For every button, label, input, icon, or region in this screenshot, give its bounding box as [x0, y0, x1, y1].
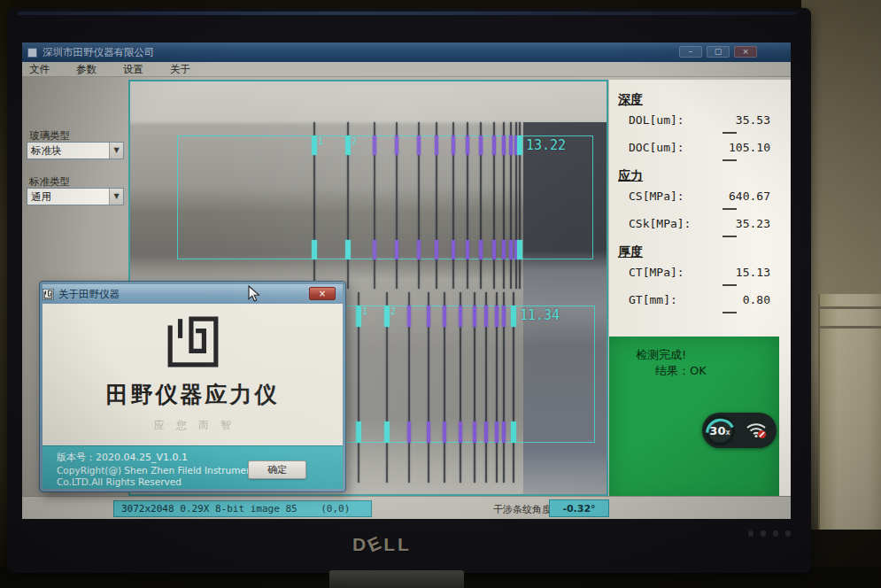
dialog-titlebar[interactable]: 关于田野仪器 ×	[43, 284, 343, 304]
fringe-tick	[509, 240, 513, 259]
result-row-cs: CS[MPa]: 640.67	[618, 190, 770, 203]
fringe-tick	[384, 306, 390, 327]
menu-file[interactable]: 文件	[29, 63, 50, 76]
cabinet-groove	[818, 306, 881, 309]
fringe-tick	[417, 135, 421, 155]
copyright-line1: CopyRight(@) Shen Zhen Fileld Instrument	[57, 465, 256, 476]
fringe-tick	[427, 422, 430, 443]
menubar: 文件 参数 设置 关于	[22, 62, 791, 77]
image-info-box: 3072x2048 0.29X 8-bit image 85 (0,0)	[113, 500, 372, 517]
menu-about[interactable]: 关于	[170, 63, 190, 76]
thickness-heading: 厚度	[618, 244, 791, 260]
fringe-tick	[407, 422, 411, 443]
fringe-angle-value: -0.32°	[549, 499, 609, 517]
dialog-title: 关于田野仪器	[58, 288, 120, 301]
value-underline	[723, 312, 737, 313]
value-underline	[723, 159, 737, 161]
bezel-reflection	[18, 12, 797, 15]
mouse-cursor	[248, 285, 260, 306]
fringe-tick	[345, 240, 351, 259]
ok-button[interactable]: 确定	[248, 460, 306, 479]
ct-label: CT[MPa]:	[629, 266, 707, 279]
fringe-tick	[459, 422, 462, 443]
fringe-tick	[517, 240, 522, 259]
measurement-value-label: 13.22	[526, 137, 566, 153]
fringe-tick	[466, 240, 469, 259]
value-underline	[723, 236, 737, 237]
screen: 深圳市田野仪器有限公司 – ▢ × 文件 参数 设置 关于 玻璃类型 标准块 ▼…	[22, 43, 791, 519]
glass-type-dropdown[interactable]: 标准块 ▼	[27, 142, 124, 159]
fringe-tick	[517, 135, 522, 155]
standard-type-dropdown[interactable]: 通用 ▼	[27, 188, 124, 205]
value-underline	[723, 284, 737, 286]
fringe-tick	[443, 306, 446, 327]
maximize-button[interactable]: ▢	[707, 46, 730, 58]
fringe-tick	[473, 422, 476, 443]
status-line1: 检测完成!	[636, 347, 779, 363]
stress-heading: 应力	[618, 168, 791, 184]
dol-value: 35.53	[707, 113, 770, 127]
menu-settings[interactable]: 设置	[123, 63, 143, 76]
monitor-button	[773, 530, 778, 536]
fringe-tick	[473, 306, 476, 327]
dell-logo: DELL	[352, 534, 432, 557]
status-line2: 结果：OK	[636, 363, 779, 379]
fringe-tick	[511, 306, 516, 327]
fringe-tick	[479, 135, 483, 155]
fringe-tick	[384, 422, 390, 443]
doc-value: 105.10	[707, 141, 770, 154]
monitor-power-button	[785, 530, 791, 536]
fringe-tick	[373, 135, 376, 155]
measure-region-box	[177, 135, 593, 259]
value-underline	[723, 208, 737, 210]
dialog-icon	[43, 289, 54, 300]
fringe-tick	[492, 240, 496, 259]
fringe-tick	[395, 240, 398, 259]
menu-parameters[interactable]: 参数	[76, 63, 97, 76]
monitor-button	[748, 530, 753, 536]
product-name: 田野仪器应力仪	[43, 380, 343, 409]
fringe-tick	[495, 306, 498, 327]
chevron-down-icon: ▼	[109, 189, 123, 205]
fringe-tick	[427, 306, 430, 327]
fringe-tick	[417, 240, 421, 259]
fringe-tick	[479, 240, 483, 259]
fringe-tick	[407, 306, 411, 327]
gt-value: 0.80	[707, 293, 770, 306]
cabinet-panel	[818, 294, 881, 544]
photo-of-monitor: DELL 深圳市田野仪器有限公司 – ▢ × 文件 参数 设置 关于 玻璃类型 …	[0, 0, 881, 588]
depth-heading: 深度	[618, 92, 791, 108]
fringe-tick	[345, 135, 351, 155]
monitor-stand	[329, 570, 464, 588]
fringe-tick	[502, 422, 506, 443]
dialog-close-button[interactable]: ×	[309, 287, 336, 300]
fringe-tick	[495, 422, 498, 443]
fringe-index-label: 2	[390, 306, 396, 316]
fringe-tick	[502, 135, 506, 155]
cabinet-groove	[818, 326, 881, 329]
fringe-tick	[502, 240, 506, 259]
minimize-button[interactable]: –	[679, 46, 702, 58]
fringe-tick	[435, 240, 438, 259]
about-dialog: 关于田野仪器 × 田野仪器应力仪 应您而智 版本号：2020.04.25_V1.…	[40, 282, 345, 491]
app-titlebar: 深圳市田野仪器有限公司	[22, 43, 791, 62]
fringe-tick	[435, 135, 438, 155]
cs-label: CS[MPa]:	[629, 190, 707, 203]
battery-percent: 30x	[704, 414, 736, 446]
chevron-down-icon: ▼	[109, 143, 123, 159]
fringe-tick	[356, 422, 361, 443]
gt-label: GT[mm]:	[629, 293, 707, 306]
fringe-tick	[312, 135, 317, 155]
csk-value: 35.23	[707, 217, 770, 230]
dell-letters: LL	[383, 534, 412, 554]
fringe-tick	[452, 240, 455, 259]
result-row-csk: CSk[MPa]: 35.23	[618, 217, 770, 230]
result-row-doc: DOC[um]: 105.10	[618, 141, 770, 154]
cs-value: 640.67	[707, 190, 770, 203]
fringe-index-label: 1	[318, 136, 323, 146]
app-icon	[27, 48, 37, 58]
dol-label: DOL[um]:	[629, 113, 707, 127]
fringe-tick	[356, 306, 361, 327]
close-button[interactable]: ×	[734, 46, 757, 58]
fringe-tick	[395, 135, 398, 155]
